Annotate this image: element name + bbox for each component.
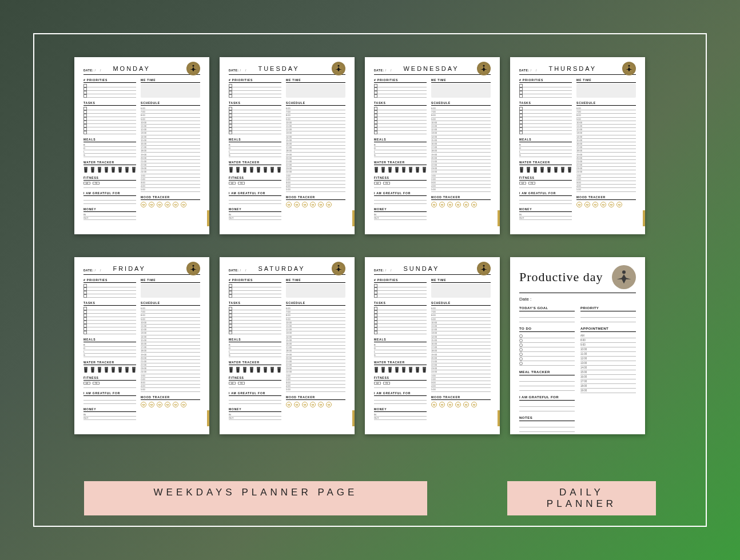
date-label: DATE:: [83, 69, 93, 72]
page-thursday: DATE:/ /THURSDAY # PRIORITIESTASKSMEALSB…: [510, 57, 645, 234]
date-slashes: / /: [94, 69, 102, 72]
svg-point-1: [338, 65, 340, 67]
money-title: MONEY: [83, 207, 136, 212]
page-tuesday: DATE:/ /TUESDAY # PRIORITIESTASKSMEALSBD…: [220, 57, 355, 234]
day-title: MONDAY: [113, 65, 150, 72]
bottom-labels: WEEKDAYS PLANNER PAGE DAILY PLANNER: [0, 481, 740, 515]
svg-point-4: [193, 265, 194, 267]
tasks-title: TASKS: [83, 101, 136, 106]
notes-title: NOTES: [519, 416, 575, 421]
page-saturday: DATE:/ /SATURDAY # PRIORITIESTASKSMEALSB…: [220, 257, 355, 434]
schedule-title: SCHEDULE: [141, 101, 200, 106]
water-title: WATER TRACKER: [83, 161, 136, 165]
mood-row: [141, 202, 200, 207]
grateful-title: I AM GRATEFUL FOR: [519, 395, 575, 401]
metime-box: [141, 84, 200, 98]
yoga-icon: [622, 62, 636, 75]
daily-date-label: Date :: [519, 297, 636, 302]
metime-title: ME TIME: [141, 78, 200, 83]
svg-point-2: [483, 65, 485, 67]
grateful-title: I AM GREATFUL FOR: [83, 191, 136, 196]
water-row: [83, 167, 136, 173]
yoga-icon: [612, 265, 636, 289]
fitness-title: FITNESS: [83, 176, 136, 181]
yoga-icon: [332, 62, 345, 75]
yoga-icon: [332, 262, 345, 275]
todo-title: TO DO: [519, 327, 575, 332]
meals-title: MEALS: [83, 138, 136, 142]
planner-grid: DATE: / / MONDAY # PRIORITIES TASKS MEAL…: [74, 57, 645, 434]
appointment-title: APPOINTMENT: [580, 327, 636, 332]
svg-point-3: [628, 65, 630, 67]
svg-point-5: [338, 265, 340, 267]
page-daily-planner: Productive day Date : TODAY'S GOAL TO DO…: [510, 257, 645, 434]
daily-title: Productive day: [519, 270, 603, 285]
priority-title: PRIORITY: [580, 306, 636, 311]
page-friday: DATE:/ /FRIDAY # PRIORITIESTASKSMEALSBDL…: [74, 257, 209, 434]
meal-title: MEAL TRACKER: [519, 370, 575, 375]
mood-title: MOOD TRACKER: [141, 195, 200, 200]
page-sunday: DATE:/ /SUNDAY # PRIORITIESTASKSMEALSBDL…: [365, 257, 500, 434]
yoga-icon: [477, 62, 491, 75]
priorities-title: # PRIORITIES: [83, 78, 136, 83]
yoga-icon: [186, 262, 200, 275]
page-wednesday: DATE:/ /WEDNESDAY # PRIORITIESTASKSMEALS…: [365, 57, 500, 234]
yoga-icon: [186, 62, 200, 75]
goal-title: TODAY'S GOAL: [519, 306, 575, 311]
gold-tab: [207, 210, 209, 226]
page-monday: DATE: / / MONDAY # PRIORITIES TASKS MEAL…: [74, 57, 209, 234]
weekdays-label: WEEKDAYS PLANNER PAGE: [84, 481, 427, 515]
svg-point-6: [483, 265, 485, 267]
yoga-icon: [477, 262, 491, 275]
svg-point-0: [193, 65, 194, 67]
svg-point-7: [622, 270, 626, 274]
daily-label: DAILY PLANNER: [507, 481, 656, 515]
